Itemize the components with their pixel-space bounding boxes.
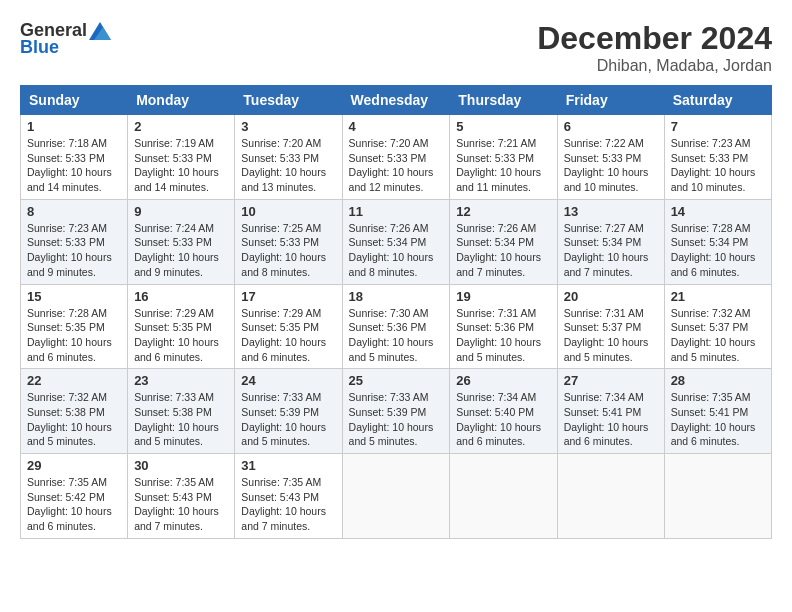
calendar-day-cell: 29 Sunrise: 7:35 AM Sunset: 5:42 PM Dayl… <box>21 454 128 539</box>
day-info: Sunrise: 7:27 AM Sunset: 5:34 PM Dayligh… <box>564 221 658 280</box>
calendar-week-row: 1 Sunrise: 7:18 AM Sunset: 5:33 PM Dayli… <box>21 115 772 200</box>
title-section: December 2024 Dhiban, Madaba, Jordan <box>537 20 772 75</box>
day-number: 6 <box>564 119 658 134</box>
day-number: 2 <box>134 119 228 134</box>
calendar-day-cell: 9 Sunrise: 7:24 AM Sunset: 5:33 PM Dayli… <box>128 199 235 284</box>
day-info: Sunrise: 7:28 AM Sunset: 5:35 PM Dayligh… <box>27 306 121 365</box>
calendar-day-cell: 30 Sunrise: 7:35 AM Sunset: 5:43 PM Dayl… <box>128 454 235 539</box>
day-info: Sunrise: 7:35 AM Sunset: 5:43 PM Dayligh… <box>134 475 228 534</box>
logo-icon <box>89 22 111 40</box>
day-info: Sunrise: 7:28 AM Sunset: 5:34 PM Dayligh… <box>671 221 765 280</box>
day-number: 20 <box>564 289 658 304</box>
page-header: General Blue December 2024 Dhiban, Madab… <box>20 20 772 75</box>
calendar-day-cell: 17 Sunrise: 7:29 AM Sunset: 5:35 PM Dayl… <box>235 284 342 369</box>
location-title: Dhiban, Madaba, Jordan <box>537 57 772 75</box>
calendar-day-cell: 26 Sunrise: 7:34 AM Sunset: 5:40 PM Dayl… <box>450 369 557 454</box>
day-number: 19 <box>456 289 550 304</box>
calendar-day-cell: 27 Sunrise: 7:34 AM Sunset: 5:41 PM Dayl… <box>557 369 664 454</box>
day-number: 24 <box>241 373 335 388</box>
calendar-day-cell <box>342 454 450 539</box>
day-number: 18 <box>349 289 444 304</box>
calendar-day-cell: 24 Sunrise: 7:33 AM Sunset: 5:39 PM Dayl… <box>235 369 342 454</box>
calendar-week-row: 15 Sunrise: 7:28 AM Sunset: 5:35 PM Dayl… <box>21 284 772 369</box>
calendar-day-cell: 18 Sunrise: 7:30 AM Sunset: 5:36 PM Dayl… <box>342 284 450 369</box>
day-info: Sunrise: 7:22 AM Sunset: 5:33 PM Dayligh… <box>564 136 658 195</box>
calendar-day-cell <box>450 454 557 539</box>
day-info: Sunrise: 7:31 AM Sunset: 5:36 PM Dayligh… <box>456 306 550 365</box>
day-info: Sunrise: 7:25 AM Sunset: 5:33 PM Dayligh… <box>241 221 335 280</box>
weekday-header: Sunday <box>21 86 128 115</box>
day-number: 26 <box>456 373 550 388</box>
calendar-day-cell: 19 Sunrise: 7:31 AM Sunset: 5:36 PM Dayl… <box>450 284 557 369</box>
day-number: 16 <box>134 289 228 304</box>
day-number: 4 <box>349 119 444 134</box>
day-number: 10 <box>241 204 335 219</box>
day-number: 3 <box>241 119 335 134</box>
calendar-day-cell: 14 Sunrise: 7:28 AM Sunset: 5:34 PM Dayl… <box>664 199 771 284</box>
day-info: Sunrise: 7:32 AM Sunset: 5:38 PM Dayligh… <box>27 390 121 449</box>
calendar-day-cell: 22 Sunrise: 7:32 AM Sunset: 5:38 PM Dayl… <box>21 369 128 454</box>
day-info: Sunrise: 7:33 AM Sunset: 5:38 PM Dayligh… <box>134 390 228 449</box>
day-info: Sunrise: 7:29 AM Sunset: 5:35 PM Dayligh… <box>241 306 335 365</box>
day-info: Sunrise: 7:20 AM Sunset: 5:33 PM Dayligh… <box>241 136 335 195</box>
day-number: 31 <box>241 458 335 473</box>
calendar-day-cell: 6 Sunrise: 7:22 AM Sunset: 5:33 PM Dayli… <box>557 115 664 200</box>
day-info: Sunrise: 7:29 AM Sunset: 5:35 PM Dayligh… <box>134 306 228 365</box>
day-number: 8 <box>27 204 121 219</box>
day-info: Sunrise: 7:33 AM Sunset: 5:39 PM Dayligh… <box>349 390 444 449</box>
calendar-day-cell: 13 Sunrise: 7:27 AM Sunset: 5:34 PM Dayl… <box>557 199 664 284</box>
day-number: 13 <box>564 204 658 219</box>
day-info: Sunrise: 7:32 AM Sunset: 5:37 PM Dayligh… <box>671 306 765 365</box>
day-info: Sunrise: 7:35 AM Sunset: 5:42 PM Dayligh… <box>27 475 121 534</box>
weekday-header-row: SundayMondayTuesdayWednesdayThursdayFrid… <box>21 86 772 115</box>
day-number: 14 <box>671 204 765 219</box>
day-number: 9 <box>134 204 228 219</box>
logo: General Blue <box>20 20 111 58</box>
calendar-day-cell: 28 Sunrise: 7:35 AM Sunset: 5:41 PM Dayl… <box>664 369 771 454</box>
day-info: Sunrise: 7:31 AM Sunset: 5:37 PM Dayligh… <box>564 306 658 365</box>
day-info: Sunrise: 7:20 AM Sunset: 5:33 PM Dayligh… <box>349 136 444 195</box>
day-info: Sunrise: 7:30 AM Sunset: 5:36 PM Dayligh… <box>349 306 444 365</box>
day-number: 30 <box>134 458 228 473</box>
day-info: Sunrise: 7:24 AM Sunset: 5:33 PM Dayligh… <box>134 221 228 280</box>
day-info: Sunrise: 7:18 AM Sunset: 5:33 PM Dayligh… <box>27 136 121 195</box>
day-number: 27 <box>564 373 658 388</box>
calendar-day-cell: 8 Sunrise: 7:23 AM Sunset: 5:33 PM Dayli… <box>21 199 128 284</box>
day-number: 23 <box>134 373 228 388</box>
day-number: 11 <box>349 204 444 219</box>
day-number: 12 <box>456 204 550 219</box>
calendar-day-cell: 3 Sunrise: 7:20 AM Sunset: 5:33 PM Dayli… <box>235 115 342 200</box>
month-title: December 2024 <box>537 20 772 57</box>
day-info: Sunrise: 7:34 AM Sunset: 5:40 PM Dayligh… <box>456 390 550 449</box>
day-number: 15 <box>27 289 121 304</box>
calendar-day-cell: 1 Sunrise: 7:18 AM Sunset: 5:33 PM Dayli… <box>21 115 128 200</box>
day-info: Sunrise: 7:34 AM Sunset: 5:41 PM Dayligh… <box>564 390 658 449</box>
calendar-day-cell: 4 Sunrise: 7:20 AM Sunset: 5:33 PM Dayli… <box>342 115 450 200</box>
day-number: 28 <box>671 373 765 388</box>
calendar-day-cell: 10 Sunrise: 7:25 AM Sunset: 5:33 PM Dayl… <box>235 199 342 284</box>
day-number: 7 <box>671 119 765 134</box>
day-number: 22 <box>27 373 121 388</box>
weekday-header: Friday <box>557 86 664 115</box>
calendar-day-cell: 21 Sunrise: 7:32 AM Sunset: 5:37 PM Dayl… <box>664 284 771 369</box>
calendar-week-row: 8 Sunrise: 7:23 AM Sunset: 5:33 PM Dayli… <box>21 199 772 284</box>
day-info: Sunrise: 7:23 AM Sunset: 5:33 PM Dayligh… <box>27 221 121 280</box>
day-info: Sunrise: 7:19 AM Sunset: 5:33 PM Dayligh… <box>134 136 228 195</box>
calendar-day-cell: 11 Sunrise: 7:26 AM Sunset: 5:34 PM Dayl… <box>342 199 450 284</box>
calendar-day-cell: 7 Sunrise: 7:23 AM Sunset: 5:33 PM Dayli… <box>664 115 771 200</box>
day-info: Sunrise: 7:35 AM Sunset: 5:41 PM Dayligh… <box>671 390 765 449</box>
calendar-day-cell: 31 Sunrise: 7:35 AM Sunset: 5:43 PM Dayl… <box>235 454 342 539</box>
calendar-table: SundayMondayTuesdayWednesdayThursdayFrid… <box>20 85 772 539</box>
day-number: 17 <box>241 289 335 304</box>
weekday-header: Monday <box>128 86 235 115</box>
calendar-day-cell: 15 Sunrise: 7:28 AM Sunset: 5:35 PM Dayl… <box>21 284 128 369</box>
calendar-day-cell: 16 Sunrise: 7:29 AM Sunset: 5:35 PM Dayl… <box>128 284 235 369</box>
weekday-header: Wednesday <box>342 86 450 115</box>
weekday-header: Saturday <box>664 86 771 115</box>
calendar-week-row: 29 Sunrise: 7:35 AM Sunset: 5:42 PM Dayl… <box>21 454 772 539</box>
day-info: Sunrise: 7:26 AM Sunset: 5:34 PM Dayligh… <box>456 221 550 280</box>
day-info: Sunrise: 7:35 AM Sunset: 5:43 PM Dayligh… <box>241 475 335 534</box>
day-number: 29 <box>27 458 121 473</box>
day-number: 5 <box>456 119 550 134</box>
day-info: Sunrise: 7:21 AM Sunset: 5:33 PM Dayligh… <box>456 136 550 195</box>
